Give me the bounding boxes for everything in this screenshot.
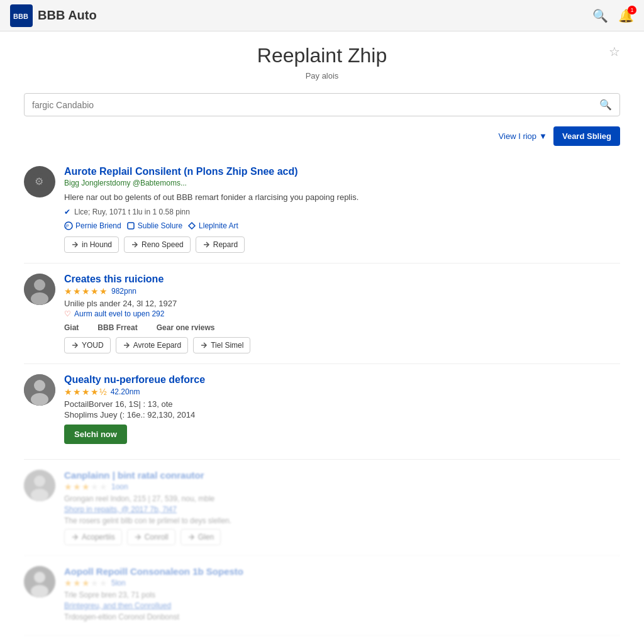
listing-address2: Shoplims Juey (: 16e.: 92,130, 2014 [64, 410, 620, 419]
app-header: BBB BBB Auto 🔍 🔔 1 [0, 0, 644, 31]
avatar [24, 470, 55, 501]
col-label-1: BBB Frreat [97, 323, 137, 332]
action-button-0[interactable]: in Hound [64, 236, 119, 253]
listing-card-blurred-2: Aopoll Repoill Consonaleon 1b Sopesto ★ … [24, 556, 620, 636]
star-2: ★ [73, 286, 81, 296]
header-left: BBB BBB Auto [10, 4, 97, 27]
check-icon: ✔ [64, 208, 70, 216]
listing-faded-title: Canplainn | bint ratal conrautor [64, 470, 620, 480]
star-5: ★ [99, 578, 108, 588]
listing-body: Canplainn | bint ratal conrautor ★ ★ ★ ★… [64, 470, 620, 545]
tag-item: Sublie Solure [126, 221, 182, 230]
action-button-1[interactable]: Conroll [127, 529, 175, 545]
rating-count: 5lon [111, 579, 126, 587]
rating-count: 42.20nm [111, 387, 140, 396]
veard-sbleg-button[interactable]: Veard Sblieg [553, 126, 620, 146]
listing-tags: P Pernie Briend Sublie Solure Lleplnite … [64, 221, 620, 230]
star-2: ★ [73, 387, 81, 397]
star-4: ★ [91, 578, 99, 588]
view-label: View I riop [499, 131, 536, 141]
action-button-0[interactable]: YOUD [64, 337, 111, 353]
action-label: Tiel Simel [211, 341, 243, 350]
listing-title[interactable]: Aurote Replail Consilent (n Plons Zhip S… [64, 166, 620, 177]
main-content: ☆ Reeplaint Zhip Pay alois 🔍 View I riop… [14, 31, 630, 644]
svg-point-18 [31, 585, 48, 597]
view-dropdown-button[interactable]: View I riop ▼ [499, 131, 547, 141]
search-icon[interactable]: 🔍 [599, 99, 612, 111]
star-1: ★ [64, 286, 72, 296]
listing-card: ⚙ Aurote Replail Consilent (n Plons Zhip… [24, 156, 620, 264]
listing-actions: Acopertiis Conroll Glen [64, 529, 620, 545]
page-subtitle: Pay alois [24, 71, 620, 80]
avatar [24, 274, 55, 305]
action-button-1[interactable]: Reno Speed [124, 236, 191, 253]
notification-badge: 1 [628, 6, 636, 14]
listing-faded-link: Brintegreu, and then Conrollued [64, 601, 620, 610]
action-label: Reno Speed [142, 240, 184, 249]
col-label-2: Gear one rviews [157, 323, 215, 332]
avatar [24, 566, 55, 597]
listing-faded-text: Trle Sopre bren 23, 71 pols [64, 591, 620, 599]
star-5: ½ [99, 387, 107, 397]
svg-point-12 [31, 393, 48, 406]
listing-title[interactable]: Creates this ruicione [64, 274, 620, 285]
star-3: ★ [82, 286, 90, 296]
action-button-1[interactable]: Avrote Eepard [116, 337, 189, 353]
listing-faded-text: Grongan reel Indon, 215 | 27, 539, nou, … [64, 494, 620, 503]
star-3: ★ [82, 578, 90, 588]
avatar [24, 374, 55, 406]
star-4: ★ [91, 482, 99, 492]
star-5: ★ [99, 286, 108, 296]
cols-row: Giat BBB Frreat Gear one rviews [64, 323, 620, 332]
star-3: ★ [82, 387, 90, 397]
selchi-now-button[interactable]: Selchi now [64, 425, 127, 444]
listing-faded-desc: The rosers gelnt bllb con te prlimel to … [64, 516, 620, 525]
heart-row: ♡ Aurm ault evel to upen 292 [64, 309, 620, 318]
svg-point-15 [31, 489, 48, 501]
listing-subtitle: Bigg Jonglerstdomy @Babtemoms... [64, 179, 620, 187]
action-button-2[interactable]: Tiel Simel [193, 337, 250, 353]
heart-icon: ♡ [64, 309, 71, 318]
action-button-0[interactable]: Acopertiis [64, 529, 122, 545]
rating-count: 1oon [111, 482, 128, 491]
star-4: ★ [91, 387, 99, 397]
search-button[interactable]: 🔍 [592, 8, 608, 23]
action-label: Acopertiis [82, 533, 115, 541]
listing-body: Aurote Replail Consilent (n Plons Zhip S… [64, 166, 620, 253]
svg-text:⚙: ⚙ [35, 176, 43, 187]
tag-item: P Pernie Briend [64, 221, 121, 230]
svg-point-17 [34, 572, 45, 583]
svg-text:BBB: BBB [13, 13, 28, 20]
listing-card-blurred: Canplainn | bint ratal conrautor ★ ★ ★ ★… [24, 460, 620, 556]
controls-row: View I riop ▼ Veard Sblieg [24, 126, 620, 146]
action-label: Conroll [145, 533, 169, 541]
star-2: ★ [73, 578, 81, 588]
search-bar: 🔍 [24, 93, 620, 116]
stars: ★ ★ ★ ★ ★ [64, 482, 108, 492]
stars: ★ ★ ★ ★ ★ [64, 578, 108, 588]
search-input[interactable] [32, 100, 599, 110]
listing-actions: YOUD Avrote Eepard Tiel Simel [64, 337, 620, 353]
listing-title[interactable]: Quealty nu-perforeue deforce [64, 374, 620, 386]
notification-button[interactable]: 🔔 1 [618, 8, 634, 23]
svg-point-14 [34, 475, 45, 487]
listing-body: Creates this ruicione ★ ★ ★ ★ ★ 982pnn U… [64, 274, 620, 353]
col-label-0: Giat [64, 323, 79, 332]
svg-text:P: P [66, 224, 69, 228]
star-2: ★ [73, 482, 81, 492]
action-button-2[interactable]: Glen [180, 529, 221, 545]
stars: ★ ★ ★ ★ ½ [64, 387, 107, 397]
star-1: ★ [64, 482, 72, 492]
rating-row: ★ ★ ★ ★ ★ 982pnn [64, 286, 620, 296]
page-title: Reeplaint Zhip [24, 44, 620, 67]
favorite-icon[interactable]: ☆ [609, 44, 620, 59]
rating-count: 982pnn [111, 287, 136, 296]
action-button-2[interactable]: Repard [196, 236, 245, 253]
listing-faded-desc: Trdosgen-eltion Coronol Donbonst [64, 613, 620, 621]
svg-rect-6 [128, 223, 134, 229]
heart-text: Aurm ault evel to upen 292 [74, 309, 164, 318]
action-label: Avrote Eepard [133, 341, 182, 350]
header-right: 🔍 🔔 1 [592, 8, 634, 23]
star-3: ★ [82, 482, 90, 492]
listing-address: PoctailBorver 16, 1S| : 13, ote [64, 399, 620, 409]
